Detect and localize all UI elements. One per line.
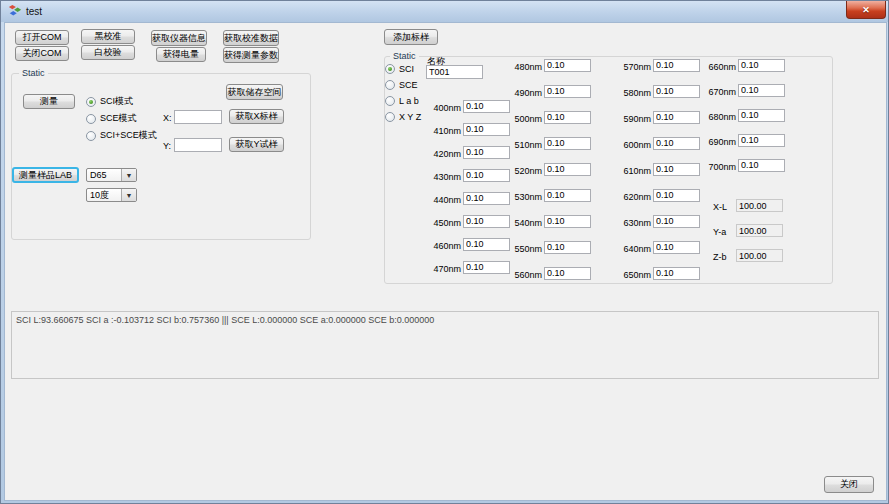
white-check-button[interactable]: 白校验: [81, 45, 135, 60]
get-x-standard-button[interactable]: 获取X标样: [229, 109, 284, 124]
window-close-button[interactable]: ✕: [846, 1, 886, 19]
wavelength-value-input[interactable]: [463, 169, 510, 182]
radio-sci-sce-mode[interactable]: SCI+SCE模式: [86, 129, 157, 142]
chevron-down-icon: ▼: [121, 189, 136, 201]
spectral-row: 510nm: [508, 136, 591, 150]
get-instrument-info-button[interactable]: 获取仪器信息: [151, 30, 207, 46]
get-y-sample-button[interactable]: 获取Y试样: [229, 137, 284, 152]
wavelength-value-input[interactable]: [544, 241, 591, 254]
wavelength-value-input[interactable]: [544, 189, 591, 202]
spectral-row: 550nm: [508, 240, 591, 254]
wavelength-value-input[interactable]: [653, 267, 700, 280]
wavelength-value-input[interactable]: [738, 59, 785, 72]
open-com-button[interactable]: 打开COM: [15, 30, 69, 45]
wavelength-label: 450nm: [427, 218, 463, 228]
spectral-row: 410nm: [427, 122, 510, 136]
wavelength-value-input[interactable]: [463, 123, 510, 136]
spectral-row: 560nm: [508, 266, 591, 280]
get-battery-button[interactable]: 获得电量: [156, 47, 206, 62]
close-dialog-button[interactable]: 关闭: [824, 476, 874, 493]
wavelength-value-input[interactable]: [463, 238, 510, 251]
wavelength-label: 510nm: [508, 140, 544, 150]
measure-sample-lab-button[interactable]: 测量样品LAB: [12, 167, 79, 183]
get-measure-params-button[interactable]: 获得测量参数: [223, 47, 279, 63]
y-input[interactable]: [174, 138, 222, 152]
illuminant-select[interactable]: D65 ▼: [86, 168, 137, 182]
wavelength-value-input[interactable]: [653, 241, 700, 254]
radio-xyz[interactable]: X Y Z: [385, 112, 421, 122]
observer-select[interactable]: 10度 ▼: [86, 188, 137, 202]
spectral-row: 580nm: [617, 84, 700, 98]
result-message-box[interactable]: SCI L:93.660675 SCI a :-0.103712 SCI b:0…: [11, 311, 879, 379]
wavelength-label: 400nm: [427, 103, 463, 113]
title-bar[interactable]: test ✕: [1, 1, 888, 22]
close-com-button[interactable]: 关闭COM: [15, 46, 69, 61]
wavelength-value-input[interactable]: [738, 134, 785, 147]
wavelength-value-input[interactable]: [544, 85, 591, 98]
wavelength-value-input[interactable]: [653, 111, 700, 124]
wavelength-value-input[interactable]: [653, 189, 700, 202]
spectral-row: 600nm: [617, 136, 700, 150]
wavelength-value-input[interactable]: [544, 267, 591, 280]
wavelength-value-input[interactable]: [738, 84, 785, 97]
wavelength-value-input[interactable]: [653, 59, 700, 72]
radio-dot[interactable]: [86, 114, 96, 124]
wavelength-value-input[interactable]: [653, 215, 700, 228]
wavelength-value-input[interactable]: [544, 111, 591, 124]
name-input[interactable]: [426, 65, 483, 79]
y-a-value: [736, 224, 783, 237]
wavelength-value-input[interactable]: [463, 100, 510, 113]
radio-lab[interactable]: L a b: [385, 96, 419, 106]
wavelength-value-input[interactable]: [463, 215, 510, 228]
measure-button[interactable]: 测量: [23, 94, 75, 109]
wavelength-value-input[interactable]: [463, 192, 510, 205]
get-storage-space-button[interactable]: 获取储存空间: [226, 84, 283, 100]
wavelength-value-input[interactable]: [738, 159, 785, 172]
wavelength-value-input[interactable]: [653, 163, 700, 176]
spectral-row: 640nm: [617, 240, 700, 254]
wavelength-label: 430nm: [427, 172, 463, 182]
spectral-row: 480nm: [508, 58, 591, 72]
app-window: test ✕ 打开COM 关闭COM 黑校准 白校验 获取仪器信息 获得电量 获…: [0, 0, 889, 504]
wavelength-label: 660nm: [702, 62, 738, 72]
left-static-group-label: Static: [19, 68, 48, 78]
z-b-value: [736, 249, 783, 262]
get-calibration-data-button[interactable]: 获取校准数据: [223, 30, 279, 46]
wavelength-label: 530nm: [508, 192, 544, 202]
radio-sci-mode[interactable]: SCI模式: [86, 95, 133, 108]
wavelength-value-input[interactable]: [738, 109, 785, 122]
radio-dot[interactable]: [385, 96, 395, 106]
wavelength-label: 440nm: [427, 195, 463, 205]
radio-dot[interactable]: [385, 112, 395, 122]
spectral-row: 490nm: [508, 84, 591, 98]
wavelength-value-input[interactable]: [544, 137, 591, 150]
spectral-row: 680nm: [702, 108, 785, 122]
wavelength-label: 520nm: [508, 166, 544, 176]
spectral-row: 670nm: [702, 83, 785, 97]
wavelength-label: 650nm: [617, 270, 653, 280]
radio-dot[interactable]: [385, 64, 395, 74]
wavelength-value-input[interactable]: [544, 215, 591, 228]
wavelength-label: 600nm: [617, 140, 653, 150]
wavelength-label: 570nm: [617, 62, 653, 72]
wavelength-label: 410nm: [427, 126, 463, 136]
wavelength-value-input[interactable]: [544, 59, 591, 72]
wavelength-value-input[interactable]: [463, 146, 510, 159]
wavelength-value-input[interactable]: [544, 163, 591, 176]
radio-sce[interactable]: SCE: [385, 80, 418, 90]
radio-dot[interactable]: [86, 131, 96, 141]
black-calibration-button[interactable]: 黑校准: [81, 29, 135, 44]
radio-sci[interactable]: SCI: [385, 64, 414, 74]
spectral-row: 520nm: [508, 162, 591, 176]
add-standard-button[interactable]: 添加标样: [384, 29, 438, 45]
wavelength-value-input[interactable]: [463, 261, 510, 274]
x-input[interactable]: [174, 110, 222, 124]
y-a-label: Y-a: [713, 227, 726, 237]
radio-sce-mode[interactable]: SCE模式: [86, 112, 137, 125]
wavelength-value-input[interactable]: [653, 85, 700, 98]
radio-dot[interactable]: [86, 97, 96, 107]
radio-dot[interactable]: [385, 80, 395, 90]
spectral-row: 400nm: [427, 99, 510, 113]
spectral-row: 570nm: [617, 58, 700, 72]
wavelength-value-input[interactable]: [653, 137, 700, 150]
